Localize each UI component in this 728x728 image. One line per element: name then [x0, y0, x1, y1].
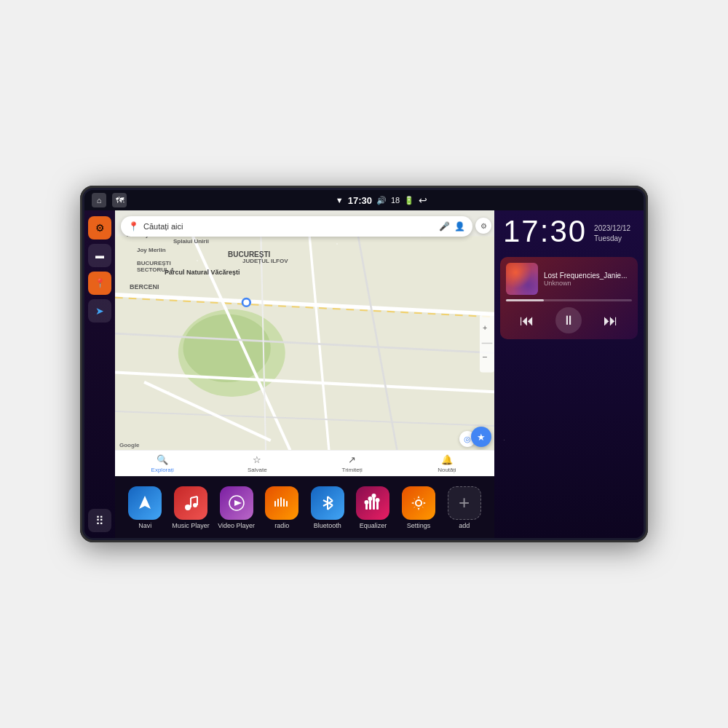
- svg-text:–: –: [483, 352, 487, 360]
- svg-point-45: [416, 500, 422, 506]
- svg-rect-27: [274, 501, 276, 507]
- bluetooth-label: Bluetooth: [314, 522, 341, 529]
- map-news-btn[interactable]: 🔔 Noutăți: [400, 454, 494, 473]
- play-pause-button[interactable]: ⏸: [555, 307, 582, 333]
- bluetooth-icon-btn: [311, 486, 344, 520]
- status-time: 17:30: [348, 195, 372, 206]
- map-label-sect4: BUCUREȘTISECTORUL 4: [137, 260, 173, 273]
- map-settings-icon[interactable]: ⚙: [475, 218, 491, 234]
- app-settings[interactable]: Settings: [397, 486, 440, 529]
- google-logo: Google: [119, 442, 140, 448]
- progress-bar[interactable]: [506, 299, 632, 301]
- app-dock: Navi Music Player: [115, 476, 494, 538]
- back-icon[interactable]: ↩: [419, 194, 427, 206]
- map-status-icon[interactable]: 🗺: [112, 193, 127, 207]
- sidebar-location-btn[interactable]: 📍: [88, 272, 111, 295]
- map-label-splai: Splaiui Unirii: [173, 238, 209, 245]
- map-share-btn[interactable]: ↗ Trimiteți: [305, 454, 400, 473]
- music-label: Music Player: [172, 522, 210, 529]
- svg-rect-30: [283, 499, 285, 507]
- svg-text:+: +: [483, 323, 487, 332]
- app-navi[interactable]: Navi: [123, 486, 167, 529]
- clock-section: 17:30 2023/12/12 Tuesday: [494, 210, 644, 253]
- next-button[interactable]: ⏭: [598, 307, 624, 333]
- equalizer-icon-btn: [356, 486, 389, 520]
- device-frame: ⌂ 🗺 ▼ 17:30 🔊 18 🔋 ↩ ⚙ ▬ 📍 ➤ ⠿: [80, 186, 648, 542]
- map-svg: + –: [115, 210, 494, 476]
- sidebar-apps-btn[interactable]: ⠿: [88, 509, 111, 532]
- saved-icon: ☆: [253, 454, 261, 465]
- map-saved-btn[interactable]: ☆ Salvate: [210, 454, 304, 473]
- svg-rect-37: [365, 504, 368, 510]
- music-artist: Unknown: [544, 280, 632, 287]
- svg-rect-29: [280, 497, 282, 507]
- app-bluetooth[interactable]: Bluetooth: [306, 486, 349, 529]
- music-controls: ⏮ ⏸ ⏭: [506, 307, 632, 333]
- screen: ⌂ 🗺 ▼ 17:30 🔊 18 🔋 ↩ ⚙ ▬ 📍 ➤ ⠿: [84, 190, 644, 538]
- svg-marker-19: [139, 496, 151, 509]
- clock-date-row: 17:30 2023/12/12 Tuesday: [503, 216, 635, 247]
- app-music[interactable]: Music Player: [169, 486, 213, 529]
- map-label-park: Parcul Natural Văcărești: [165, 269, 240, 276]
- map-background: + – AXIS PremiumMobility - Sud Splaiui U…: [115, 210, 494, 476]
- svg-point-2: [183, 314, 271, 382]
- day-text: Tuesday: [594, 234, 630, 244]
- status-center: ▼ 17:30 🔊 18 🔋 ↩: [336, 194, 427, 206]
- music-player-widget[interactable]: Lost Frequencies_Janie... Unknown ⏮ ⏸ ⏭: [500, 257, 638, 339]
- app-equalizer[interactable]: Equalizer: [351, 486, 395, 529]
- share-label: Trimiteți: [342, 467, 363, 473]
- status-left-icons: ⌂ 🗺: [92, 193, 127, 207]
- svg-rect-38: [369, 500, 371, 510]
- sidebar-files-btn[interactable]: ▬: [88, 244, 111, 267]
- user-icon[interactable]: 👤: [454, 221, 465, 232]
- app-add[interactable]: + add: [443, 486, 486, 529]
- svg-rect-40: [376, 502, 379, 510]
- svg-line-36: [328, 505, 333, 510]
- sidebar-nav-btn[interactable]: ➤: [88, 299, 111, 323]
- prev-button[interactable]: ⏮: [514, 307, 540, 333]
- map-search-bar[interactable]: 📍 Căutați aici 🎤 👤: [121, 216, 472, 237]
- news-label: Noutăți: [438, 467, 456, 473]
- svg-point-44: [376, 498, 380, 502]
- mic-icon[interactable]: 🎤: [439, 221, 450, 232]
- equalizer-label: Equalizer: [360, 522, 387, 529]
- album-art: [506, 263, 538, 295]
- date-display: 2023/12/12 Tuesday: [594, 223, 630, 247]
- svg-point-42: [368, 496, 373, 501]
- clock-display: 17:30: [503, 216, 587, 247]
- svg-point-41: [365, 500, 369, 505]
- home-icon[interactable]: ⌂: [92, 193, 106, 207]
- map-container[interactable]: + – AXIS PremiumMobility - Sud Splaiui U…: [115, 210, 494, 476]
- add-label: add: [459, 522, 470, 529]
- app-video[interactable]: Video Player: [215, 486, 258, 529]
- svg-point-43: [372, 494, 376, 498]
- svg-point-14: [243, 299, 249, 305]
- video-icon-btn: [220, 486, 253, 520]
- svg-line-33: [328, 496, 333, 501]
- app-radio[interactable]: radio: [260, 486, 304, 529]
- fab-button[interactable]: ★: [471, 427, 491, 447]
- map-explore-btn[interactable]: 🔍 Explorați: [115, 454, 210, 473]
- progress-fill: [506, 299, 544, 301]
- map-label-joy: Joy Merlin: [137, 247, 166, 253]
- signal-icon: ▼: [336, 196, 344, 205]
- sidebar-settings-btn[interactable]: ⚙: [88, 216, 111, 240]
- radio-icon-btn: [265, 486, 298, 520]
- add-icon-btn: +: [448, 486, 481, 520]
- date-text: 2023/12/12: [594, 223, 630, 234]
- music-info-row: Lost Frequencies_Janie... Unknown: [506, 263, 632, 295]
- radio-label: radio: [274, 522, 289, 529]
- video-label: Video Player: [218, 522, 255, 529]
- svg-rect-28: [277, 499, 279, 507]
- settings-label: Settings: [407, 522, 431, 529]
- battery-level: 18: [391, 196, 400, 205]
- navi-label: Navi: [138, 522, 151, 529]
- status-bar: ⌂ 🗺 ▼ 17:30 🔊 18 🔋 ↩: [84, 190, 644, 210]
- svg-point-20: [185, 505, 191, 510]
- map-bottom-bar: 🔍 Explorați ☆ Salvate ↗ Trimiteți 🔔: [115, 450, 494, 476]
- share-icon: ↗: [348, 454, 356, 465]
- album-art-image: [506, 263, 538, 295]
- svg-marker-26: [234, 500, 242, 506]
- music-text: Lost Frequencies_Janie... Unknown: [544, 272, 632, 287]
- svg-rect-39: [373, 497, 375, 510]
